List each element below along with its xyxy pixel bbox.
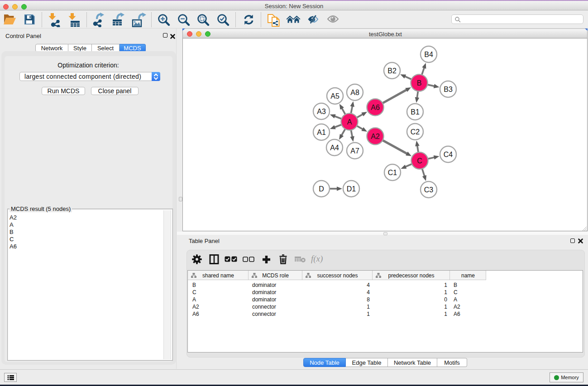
svg-text:B2: B2 bbox=[387, 67, 397, 75]
svg-text:C3: C3 bbox=[424, 186, 434, 194]
svg-text:A3: A3 bbox=[317, 108, 326, 115]
svg-text:A7: A7 bbox=[350, 147, 359, 155]
svg-text:C4: C4 bbox=[444, 151, 453, 158]
svg-text:B: B bbox=[417, 79, 422, 87]
svg-text:B4: B4 bbox=[424, 51, 433, 58]
svg-text:A1: A1 bbox=[317, 129, 326, 136]
svg-text:C1: C1 bbox=[388, 169, 397, 176]
svg-text:A4: A4 bbox=[330, 144, 339, 152]
svg-text:B1: B1 bbox=[411, 108, 420, 116]
svg-text:A6: A6 bbox=[371, 104, 380, 111]
svg-text:C: C bbox=[417, 157, 422, 165]
svg-text:D: D bbox=[319, 185, 324, 193]
svg-text:C2: C2 bbox=[411, 128, 420, 136]
svg-text:A8: A8 bbox=[350, 89, 359, 96]
svg-text:B3: B3 bbox=[444, 86, 453, 93]
svg-text:A5: A5 bbox=[330, 92, 339, 100]
svg-text:D1: D1 bbox=[347, 185, 356, 193]
svg-text:A: A bbox=[347, 118, 352, 126]
svg-text:A2: A2 bbox=[371, 133, 380, 140]
